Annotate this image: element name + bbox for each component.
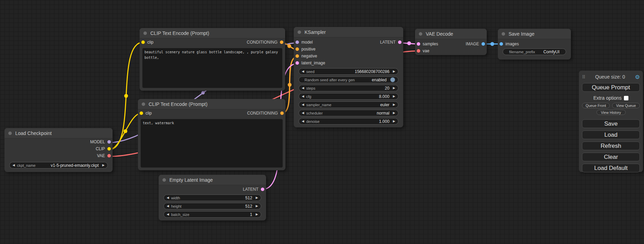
node-empty-latent-image[interactable]: Empty Latent Image LATENT ◀ width 512 ▶ … bbox=[159, 175, 266, 220]
node-clip-text-encode-1[interactable]: CLIP Text Encode (Prompt) clip CONDITION… bbox=[140, 28, 285, 91]
latent-output-port[interactable] bbox=[398, 40, 402, 44]
collapse-dot-icon[interactable] bbox=[142, 102, 145, 106]
arrow-right-icon[interactable]: ▶ bbox=[393, 87, 395, 90]
widget-value: 512 bbox=[182, 196, 254, 200]
queue-panel[interactable]: ⠿ Queue size: 0 ⚙ Queue Prompt Extra opt… bbox=[579, 71, 643, 172]
denoise-widget[interactable]: ◀ denoise 1.000 ▶ bbox=[299, 118, 398, 125]
gear-icon[interactable]: ⚙ bbox=[635, 74, 640, 80]
node-title-bar[interactable]: Empty Latent Image bbox=[159, 175, 266, 185]
arrow-left-icon[interactable]: ◀ bbox=[302, 87, 304, 90]
save-button[interactable]: Save bbox=[582, 119, 640, 128]
arrow-left-icon[interactable]: ◀ bbox=[12, 164, 15, 167]
arrow-left-icon[interactable]: ◀ bbox=[302, 95, 304, 98]
link-dot-images[interactable] bbox=[491, 42, 494, 46]
arrow-right-icon[interactable]: ▶ bbox=[102, 164, 105, 167]
conditioning-output-port[interactable] bbox=[280, 40, 283, 44]
input-label: images bbox=[505, 42, 519, 46]
height-widget[interactable]: ◀ height 512 ▶ bbox=[164, 203, 261, 209]
arrow-left-icon[interactable]: ◀ bbox=[167, 213, 169, 216]
view-history-button[interactable]: View History bbox=[597, 110, 626, 115]
width-widget[interactable]: ◀ width 512 ▶ bbox=[164, 195, 261, 201]
node-clip-text-encode-2[interactable]: CLIP Text Encode (Prompt) clip CONDITION… bbox=[138, 99, 285, 170]
latent-image-input-port[interactable] bbox=[295, 61, 299, 65]
image-output-port[interactable] bbox=[482, 42, 485, 46]
arrow-left-icon[interactable]: ◀ bbox=[302, 103, 304, 106]
random-seed-widget[interactable]: Random seed after every gen enabled bbox=[299, 76, 398, 83]
collapse-dot-icon[interactable] bbox=[502, 32, 505, 36]
vae-input-port[interactable] bbox=[417, 49, 420, 53]
load-button[interactable]: Load bbox=[582, 130, 640, 139]
steps-widget[interactable]: ◀ steps 20 ▶ bbox=[299, 85, 398, 91]
arrow-right-icon[interactable]: ▶ bbox=[393, 103, 395, 106]
collapse-dot-icon[interactable] bbox=[419, 32, 422, 36]
batch-size-widget[interactable]: ◀ batch_size 1 ▶ bbox=[164, 211, 261, 218]
arrow-right-icon[interactable]: ▶ bbox=[393, 70, 395, 73]
collapse-dot-icon[interactable] bbox=[8, 132, 12, 135]
clip-output-port[interactable] bbox=[107, 147, 111, 151]
load-default-button[interactable]: Load Default bbox=[582, 164, 640, 172]
node-title-bar[interactable]: KSampler bbox=[294, 27, 403, 37]
widget-label: sampler_name bbox=[306, 103, 332, 107]
node-ksampler[interactable]: KSampler model LATENT positive negative … bbox=[294, 27, 403, 127]
conditioning-output-port[interactable] bbox=[280, 111, 284, 115]
arrow-left-icon[interactable]: ◀ bbox=[302, 120, 304, 123]
node-title-bar[interactable]: CLIP Text Encode (Prompt) bbox=[140, 28, 285, 38]
node-title-bar[interactable]: Save Image bbox=[498, 29, 571, 39]
negative-input-port[interactable] bbox=[295, 54, 299, 58]
collapse-dot-icon[interactable] bbox=[298, 30, 301, 34]
arrow-left-icon[interactable]: ◀ bbox=[302, 70, 304, 73]
toggle-icon[interactable] bbox=[390, 77, 395, 82]
arrow-right-icon[interactable]: ▶ bbox=[393, 111, 395, 115]
queue-prompt-button[interactable]: Queue Prompt bbox=[582, 83, 640, 92]
node-vae-decode[interactable]: VAE Decode samples IMAGE vae bbox=[415, 29, 487, 55]
samples-input-port[interactable] bbox=[417, 42, 420, 46]
extra-options-checkbox[interactable] bbox=[624, 96, 628, 100]
clip-input-port[interactable] bbox=[140, 111, 143, 115]
prompt-textarea[interactable]: text, watermark bbox=[141, 119, 283, 168]
widget-value: 8.000 bbox=[314, 94, 391, 99]
clip-input-port[interactable] bbox=[141, 40, 145, 44]
link-dot-model[interactable] bbox=[201, 91, 205, 94]
node-title-bar[interactable]: Load Checkpoint bbox=[5, 128, 113, 138]
arrow-right-icon[interactable]: ▶ bbox=[256, 196, 258, 199]
collapse-dot-icon[interactable] bbox=[143, 31, 147, 35]
link-dot-samples[interactable] bbox=[407, 42, 411, 45]
vae-output-port[interactable] bbox=[107, 154, 111, 157]
queue-front-button[interactable]: Queue Front bbox=[582, 103, 610, 108]
link-dot-clip-2[interactable] bbox=[124, 129, 127, 133]
positive-input-port[interactable] bbox=[295, 47, 299, 51]
view-queue-button[interactable]: View Queue bbox=[612, 103, 640, 108]
node-title-bar[interactable]: CLIP Text Encode (Prompt) bbox=[138, 99, 285, 109]
arrow-left-icon[interactable]: ◀ bbox=[302, 111, 304, 115]
seed-widget[interactable]: ◀ seed 156680208700286 ▶ bbox=[299, 68, 398, 75]
link-dot-negative[interactable] bbox=[288, 83, 292, 87]
arrow-right-icon[interactable]: ▶ bbox=[393, 120, 395, 123]
scheduler-widget[interactable]: ◀ scheduler normal ▶ bbox=[299, 110, 398, 116]
cfg-widget[interactable]: ◀ cfg 8.000 ▶ bbox=[299, 93, 398, 100]
link-dot-positive[interactable] bbox=[288, 44, 291, 48]
collapse-dot-icon[interactable] bbox=[162, 178, 166, 182]
comfyui-canvas[interactable]: { "colors": { "model": "#B39DDB", "clip"… bbox=[0, 0, 644, 244]
arrow-left-icon[interactable]: ◀ bbox=[167, 196, 169, 199]
ckpt-name-widget[interactable]: ◀ ckpt_name v1-5-pruned-emaonly.ckpt ▶ bbox=[9, 162, 108, 169]
model-input-port[interactable] bbox=[295, 40, 299, 44]
filename-prefix-widget[interactable]: filename_prefix ComfyUI bbox=[503, 48, 566, 55]
node-load-checkpoint[interactable]: Load Checkpoint MODEL CLIP VAE ◀ ckpt_na… bbox=[5, 128, 113, 172]
model-output-port[interactable] bbox=[107, 140, 111, 144]
arrow-right-icon[interactable]: ▶ bbox=[393, 95, 395, 98]
prompt-textarea[interactable]: beautiful scenery nature glass bottle la… bbox=[142, 48, 282, 88]
node-save-image[interactable]: Save Image images filename_prefix ComfyU… bbox=[498, 29, 571, 60]
drag-handle-icon[interactable]: ⠿ bbox=[582, 74, 585, 80]
arrow-left-icon[interactable]: ◀ bbox=[167, 205, 169, 208]
images-input-port[interactable] bbox=[500, 42, 503, 46]
clear-button[interactable]: Clear bbox=[582, 153, 640, 161]
latent-output-port[interactable] bbox=[261, 188, 264, 191]
arrow-right-icon[interactable]: ▶ bbox=[256, 205, 258, 208]
link-dot-clip-1[interactable] bbox=[124, 94, 128, 98]
refresh-button[interactable]: Refresh bbox=[582, 142, 640, 150]
input-label: negative bbox=[301, 54, 317, 58]
widget-value: 1 bbox=[192, 212, 254, 217]
node-title-bar[interactable]: VAE Decode bbox=[415, 29, 487, 39]
arrow-right-icon[interactable]: ▶ bbox=[256, 213, 258, 216]
sampler-name-widget[interactable]: ◀ sampler_name euler ▶ bbox=[299, 101, 398, 108]
